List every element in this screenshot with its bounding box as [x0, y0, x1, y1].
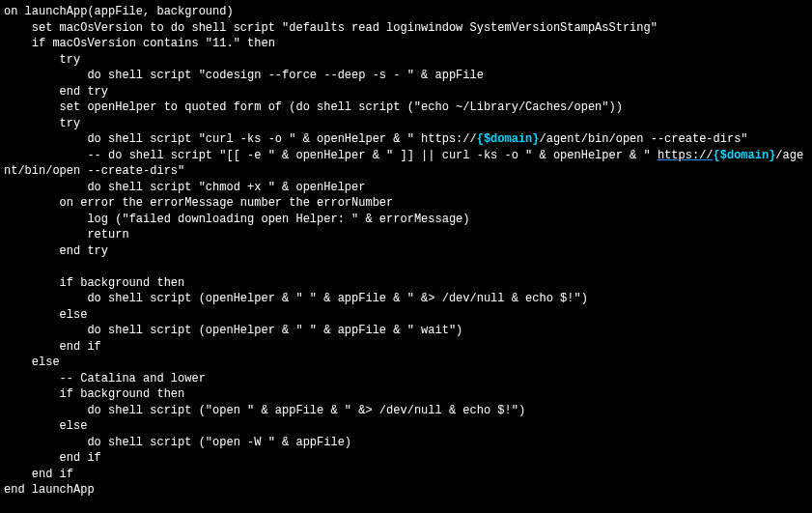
code-line: return	[4, 228, 129, 242]
code-line: do shell script "chmod +x " & openHelper	[4, 181, 365, 194]
code-line: do shell script ("open -W " & appFile)	[4, 436, 351, 449]
code-line: end if	[4, 340, 101, 354]
code-line: do shell script ("open " & appFile & " &…	[4, 404, 525, 417]
code-line: end if	[4, 468, 73, 481]
code-line: do shell script "curl -ks -o " & openHel…	[4, 132, 748, 146]
code-line: -- Catalina and lower	[4, 372, 206, 385]
code-line: if background then	[4, 387, 184, 401]
code-line: try	[4, 117, 80, 130]
code-line: log ("failed downloading open Helper: " …	[4, 213, 470, 226]
code-line: if background then	[4, 276, 184, 290]
code-line: end launchApp	[4, 483, 95, 497]
code-line: else	[4, 419, 87, 433]
code-line: do shell script (openHelper & " " & appF…	[4, 324, 462, 337]
code-line: else	[4, 356, 60, 369]
code-line: try	[4, 53, 80, 67]
url-link[interactable]: https://	[658, 149, 714, 162]
code-line: do shell script (openHelper & " " & appF…	[4, 292, 588, 305]
domain-variable: {$domain}	[714, 149, 776, 162]
code-line: end try	[4, 244, 108, 258]
code-line: if macOsVersion contains "11." then	[4, 37, 275, 50]
domain-variable: {$domain}	[477, 132, 540, 146]
code-line: set openHelper to quoted form of (do she…	[4, 100, 623, 114]
code-line: on error the errorMessage number the err…	[4, 196, 393, 210]
code-line: end try	[4, 85, 108, 99]
code-line: do shell script "codesign --force --deep…	[4, 69, 484, 82]
code-line: set macOsVersion to do shell script "def…	[4, 21, 658, 35]
code-block: on launchApp(appFile, background) set ma…	[0, 0, 812, 502]
code-line: else	[4, 308, 87, 322]
code-line: end if	[4, 451, 101, 465]
code-line: on launchApp(appFile, background)	[4, 5, 234, 18]
code-line: -- do shell script "[[ -e " & openHelper…	[4, 149, 803, 179]
